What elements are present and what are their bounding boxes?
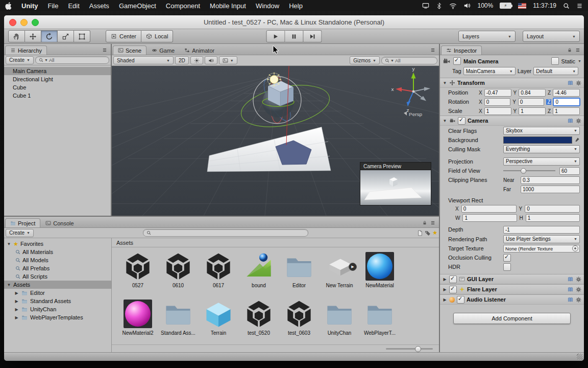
asset-0610[interactable]: 0610 — [158, 251, 198, 299]
play-button[interactable] — [266, 30, 285, 42]
gear-icon[interactable] — [576, 80, 581, 86]
clear-flags-dropdown[interactable]: Skybox▼ — [503, 127, 580, 135]
asset-zoom-slider[interactable] — [386, 348, 433, 350]
panel-menu-icon[interactable] — [102, 48, 107, 53]
rotation-x-field[interactable]: 0 — [484, 98, 511, 106]
close-window-button[interactable] — [9, 19, 16, 26]
asset-terrain[interactable]: Terrain — [199, 299, 238, 344]
occlusion-culling-checkbox[interactable] — [503, 254, 511, 262]
tab-scene[interactable]: Scene — [113, 45, 146, 55]
viewport-x-field[interactable]: 0 — [461, 205, 517, 213]
foldout-icon[interactable]: ▶ — [14, 299, 19, 304]
layer-dropdown[interactable]: Default▼ — [533, 67, 578, 75]
battery-icon[interactable]: ⚡ — [500, 3, 511, 9]
layers-dropdown[interactable]: Layers▼ — [458, 31, 516, 42]
draw-mode-dropdown[interactable]: Shaded▼ — [113, 56, 174, 64]
help-book-icon[interactable] — [568, 118, 573, 124]
tree-folder-editor[interactable]: ▶ Editor — [4, 289, 111, 297]
tree-all-prefabs[interactable]: All Prefabs — [4, 264, 111, 272]
asset-new-terrain[interactable]: ▶ New Terrain — [320, 251, 359, 299]
resize-grip[interactable] — [577, 354, 582, 359]
menu-window[interactable]: Window — [256, 2, 279, 10]
spotlight-search-icon[interactable] — [563, 3, 570, 9]
window-title-bar[interactable]: Untitled - test_0527 - PC, Mac & Linux S… — [4, 15, 584, 29]
object-picker-icon[interactable] — [572, 245, 578, 251]
hierarchy-item-cube[interactable]: Cube — [4, 83, 111, 91]
foldout-icon[interactable]: ▶ — [443, 277, 447, 282]
gameobject-name-field[interactable]: Main Camera — [463, 58, 549, 64]
foldout-icon[interactable]: ▶ — [14, 291, 19, 295]
viewport-w-field[interactable]: 1 — [462, 214, 517, 222]
asset-newmaterial[interactable]: NewMaterial — [360, 251, 400, 299]
asset-editor-folder[interactable]: Editor — [279, 251, 319, 299]
breadcrumb[interactable]: Assets — [112, 238, 439, 247]
apple-menu-icon[interactable] — [5, 2, 12, 10]
menu-bar-clock[interactable]: 11:37:19 — [533, 2, 556, 9]
layout-dropdown[interactable]: Layout▼ — [523, 31, 580, 42]
static-dropdown-icon[interactable]: ▼ — [578, 59, 581, 63]
asset-0617[interactable]: 0617 — [199, 251, 238, 299]
tab-hierarchy[interactable]: Hierarchy — [5, 45, 47, 55]
flare-layer-component-header[interactable]: ▶ Flare Layer — [440, 284, 584, 294]
tab-inspector[interactable]: Inspector — [441, 45, 482, 55]
hierarchy-item-directional-light[interactable]: Directional Light — [4, 75, 111, 83]
audio-listener-component-header[interactable]: ▶ Audio Listener — [440, 294, 584, 305]
2d-toggle-button[interactable]: 2D — [175, 56, 189, 64]
panel-menu-icon[interactable] — [430, 220, 435, 225]
position-z-field[interactable]: -4.46 — [553, 89, 580, 97]
foldout-icon[interactable]: ▶ — [14, 307, 19, 312]
tag-dropdown[interactable]: MainCamera▼ — [463, 67, 516, 75]
tab-project[interactable]: Project — [5, 218, 40, 227]
scale-y-field[interactable]: 1 — [519, 107, 546, 115]
panel-menu-icon[interactable] — [430, 48, 435, 53]
rotation-y-field[interactable]: 0 — [518, 98, 545, 106]
project-create-dropdown[interactable]: Create▼ — [6, 229, 34, 237]
tab-console[interactable]: Console — [41, 219, 78, 227]
asset-webplayertemplates-folder[interactable]: WebPlayerT... — [360, 299, 400, 344]
tree-all-materials[interactable]: All Materials — [4, 248, 111, 256]
asset-bound[interactable]: bound — [239, 251, 279, 299]
foldout-icon[interactable]: ▼ — [7, 242, 11, 246]
gui-layer-enabled-checkbox[interactable] — [449, 275, 457, 283]
menu-assets[interactable]: Assets — [89, 2, 109, 10]
volume-status-icon[interactable] — [463, 2, 471, 9]
search-by-type-icon[interactable] — [417, 230, 423, 236]
hierarchy-create-dropdown[interactable]: Create▼ — [6, 56, 34, 64]
position-x-field[interactable]: -0.47 — [484, 89, 511, 97]
tree-folder-unitychan[interactable]: ▶ UnityChan — [4, 305, 111, 313]
foldout-icon[interactable]: ▶ — [443, 297, 447, 302]
search-by-label-icon[interactable] — [425, 230, 431, 236]
tree-folder-webplayertemplates[interactable]: ▶ WebPlayerTemplates — [4, 313, 111, 321]
asset-standard-assets-folder[interactable]: Standard Ass... — [158, 299, 198, 344]
foldout-icon[interactable]: ▼ — [443, 81, 447, 85]
menu-help[interactable]: Help — [289, 2, 303, 10]
slider-knob[interactable] — [521, 168, 526, 174]
transform-component-header[interactable]: ▼ Transform — [440, 78, 584, 88]
help-book-icon[interactable] — [568, 297, 573, 303]
help-book-icon[interactable] — [568, 80, 573, 86]
fov-field[interactable]: 60 — [559, 167, 580, 175]
tab-game[interactable]: Game — [147, 46, 179, 55]
flare-layer-enabled-checkbox[interactable] — [449, 286, 457, 293]
rect-tool-button[interactable] — [74, 30, 90, 42]
foldout-icon[interactable]: ▼ — [7, 283, 11, 287]
minimize-window-button[interactable] — [20, 19, 28, 26]
hierarchy-search-input[interactable]: ▼ All — [35, 56, 109, 64]
menu-component[interactable]: Component — [166, 2, 200, 10]
foldout-icon[interactable]: ▶ — [14, 315, 19, 320]
lock-icon[interactable] — [422, 220, 427, 225]
step-button[interactable] — [304, 30, 322, 42]
position-y-field[interactable]: 0.84 — [519, 89, 546, 97]
scale-z-field[interactable]: 1 — [553, 107, 580, 115]
slider-knob[interactable] — [415, 346, 421, 352]
rendering-path-dropdown[interactable]: Use Player Settings▼ — [503, 235, 580, 243]
gear-icon[interactable] — [576, 297, 581, 303]
rotation-z-field[interactable]: 0 — [553, 98, 580, 106]
culling-mask-dropdown[interactable]: Everything▼ — [503, 145, 580, 153]
scale-tool-button[interactable] — [58, 30, 74, 42]
gear-icon[interactable] — [576, 277, 581, 282]
notification-center-icon[interactable] — [576, 3, 583, 9]
rotate-tool-button[interactable] — [41, 30, 58, 42]
menu-app-name[interactable]: Unity — [21, 2, 38, 10]
menu-gameobject[interactable]: GameObject — [119, 2, 156, 10]
